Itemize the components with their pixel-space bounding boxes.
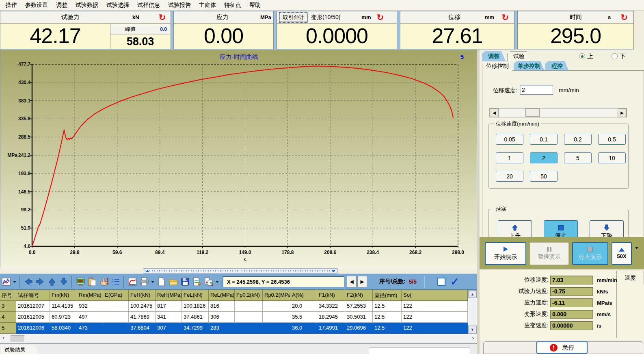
table-row[interactable]: 520161200658.034047337.680430734.7299283… xyxy=(0,323,468,334)
splitter-collapse-up-icon[interactable] xyxy=(145,270,149,272)
confirm-check-icon[interactable]: ✓ xyxy=(450,278,459,286)
menu-feature-points[interactable]: 特征点 xyxy=(220,0,245,10)
column-header[interactable]: F1(kN) xyxy=(317,290,345,301)
menu-test-select[interactable]: 试验选择 xyxy=(102,0,133,10)
displacement-refresh-icon[interactable]: ↻ xyxy=(501,13,509,22)
new-file-icon[interactable] xyxy=(156,276,167,287)
column-header[interactable]: Fm(kN) xyxy=(50,290,77,301)
speed-button-5[interactable]: 5 xyxy=(564,152,592,163)
force-refresh-icon[interactable]: ↻ xyxy=(159,13,166,22)
table-horizontal-scrollbar[interactable]: ‹ › xyxy=(0,334,477,343)
crosshead-down-radio[interactable]: 下 xyxy=(612,52,631,60)
speed-input[interactable] xyxy=(520,85,553,95)
scroll-right-icon[interactable]: › xyxy=(472,335,474,341)
emergency-stop-button[interactable]: ! 急停 xyxy=(536,341,588,354)
hscroll-thumb[interactable] xyxy=(11,335,24,342)
print-icon[interactable] xyxy=(138,276,149,287)
column-header[interactable]: 试样编号 xyxy=(16,290,50,301)
time-refresh-icon[interactable]: ↻ xyxy=(620,13,628,22)
column-header[interactable]: Fp0.2(kN) xyxy=(235,290,263,301)
pause-demo-button[interactable]: 暂停演示 xyxy=(529,242,569,265)
print-dropdown-icon[interactable] xyxy=(151,281,154,283)
column-header[interactable]: ReH(MPa) xyxy=(156,290,182,301)
open-folder-icon[interactable] xyxy=(168,276,179,287)
pan-left-icon[interactable] xyxy=(23,276,34,287)
paste-icon[interactable] xyxy=(86,276,97,287)
tab-adjust[interactable]: 调整 xyxy=(482,51,506,61)
curve-type-dropdown-icon[interactable] xyxy=(13,281,16,283)
transfer-dropdown-icon[interactable] xyxy=(216,281,219,283)
subtab-displacement-control[interactable]: 位移控制 xyxy=(482,61,513,71)
curve-type-icon[interactable] xyxy=(0,276,11,287)
column-header[interactable]: E(GPa) xyxy=(103,290,129,301)
tab-speed[interactable]: 速度 xyxy=(616,271,644,285)
save-icon[interactable] xyxy=(179,276,190,287)
select-points-icon[interactable] xyxy=(98,276,109,287)
column-header[interactable]: Rm(MPa) xyxy=(77,290,103,301)
transfer-data-icon[interactable] xyxy=(203,276,214,287)
speed-button-0.5[interactable]: 0.5 xyxy=(598,134,626,145)
extensometer-button[interactable]: 取引伸计 xyxy=(279,13,308,22)
curve-view-icon[interactable] xyxy=(127,276,138,287)
next-point-button[interactable]: ▶ xyxy=(357,276,367,287)
menu-test-data[interactable]: 试验数据 xyxy=(71,0,102,10)
pan-right-icon[interactable] xyxy=(35,276,45,287)
list-icon[interactable] xyxy=(110,276,121,287)
table-row[interactable]: 3201612007114.4135932100.2475817100.1826… xyxy=(0,301,468,312)
table-vertical-scrollbar[interactable]: ▲ ▼ xyxy=(468,290,477,334)
speed-button-10[interactable]: 10 xyxy=(598,152,626,163)
column-header[interactable]: Rp0.2(MPa) xyxy=(263,290,290,301)
start-demo-button[interactable]: 开始演示 xyxy=(485,242,526,265)
scroll-left-icon[interactable]: ‹ xyxy=(2,335,4,341)
scroll-down-icon[interactable]: ▼ xyxy=(468,326,477,333)
tab-test[interactable]: 试验 xyxy=(507,51,531,61)
pan-up-icon[interactable] xyxy=(46,276,57,287)
menu-adjust[interactable]: 调整 xyxy=(52,0,71,10)
menu-operation[interactable]: 操作 xyxy=(2,0,21,10)
deform-refresh-icon[interactable]: ↻ xyxy=(376,13,384,22)
column-header[interactable]: FeL(kN) xyxy=(182,290,209,301)
stop-demo-button[interactable]: 停止演示 xyxy=(572,242,608,265)
slider-right-icon[interactable]: ▶ xyxy=(618,109,627,117)
demo-speed-button[interactable]: 50X xyxy=(612,242,632,265)
splitter-collapse-down-icon[interactable] xyxy=(331,270,335,272)
column-header[interactable]: FeH(kN) xyxy=(129,290,156,301)
crosshead-up-radio[interactable]: 上 xyxy=(579,52,599,60)
column-header[interactable]: So( xyxy=(402,290,468,301)
table-row[interactable]: 420161200560.972349741.786934137.4861306… xyxy=(0,312,468,323)
speed-button-0.2[interactable]: 0.2 xyxy=(564,134,592,145)
column-header[interactable]: F2(kN) xyxy=(345,290,373,301)
prev-point-button[interactable]: ◀ xyxy=(347,276,357,287)
radio-down-icon[interactable] xyxy=(612,53,618,59)
monitor-icon[interactable] xyxy=(75,276,86,287)
slider-left-icon[interactable]: ◀ xyxy=(490,109,499,117)
export-report-icon[interactable] xyxy=(191,276,202,287)
radio-up-icon[interactable] xyxy=(579,53,585,59)
demo-speed-dropdown-icon[interactable] xyxy=(635,247,638,249)
subtab-program-control[interactable]: 程控 xyxy=(545,61,569,71)
slider-thumb[interactable] xyxy=(525,109,540,117)
chart-plot[interactable]: 4.651.999.2146.5193.8241.2288.5335.8383.… xyxy=(0,50,477,268)
speed-button-1[interactable]: 1 xyxy=(496,152,523,163)
column-header[interactable]: 序号 xyxy=(0,290,16,301)
column-header[interactable]: A(%) xyxy=(290,290,317,301)
menu-main-window[interactable]: 主窗体 xyxy=(195,0,220,10)
speed-button-20[interactable]: 20 xyxy=(496,171,523,182)
menu-parameter-settings[interactable]: 参数设置 xyxy=(21,0,52,10)
speed-button-0.05[interactable]: 0.05 xyxy=(496,134,523,145)
pan-down-icon[interactable] xyxy=(58,276,69,287)
scroll-up-icon[interactable]: ▲ xyxy=(468,290,477,298)
column-header[interactable]: 直径(mm) xyxy=(373,290,402,301)
column-header[interactable]: ReL(MPa) xyxy=(209,290,235,301)
speed-slider[interactable]: ◀ ▶ xyxy=(489,108,627,117)
menu-specimen-info[interactable]: 试样信息 xyxy=(133,0,164,10)
speed-button-2[interactable]: 2 xyxy=(530,152,558,163)
tab-test-results[interactable]: 试验结果 xyxy=(1,345,40,354)
speed-button-50[interactable]: 50 xyxy=(530,171,558,182)
subtab-step-control[interactable]: 单步控制 xyxy=(514,61,545,71)
stress-time-chart[interactable]: 应力-时间曲线 5 4.651.999.2146.5193.8241.2288.… xyxy=(0,50,477,268)
select-checkbox[interactable] xyxy=(437,278,445,286)
chart-splitter[interactable] xyxy=(143,268,338,274)
menu-test-report[interactable]: 试验报告 xyxy=(164,0,195,10)
speed-button-0.1[interactable]: 0.1 xyxy=(530,134,558,145)
